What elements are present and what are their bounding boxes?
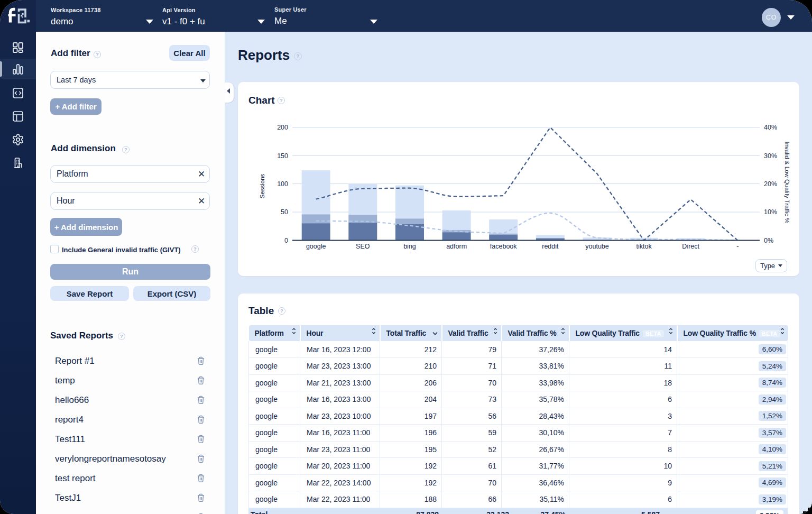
svg-text:-: -	[736, 243, 739, 250]
svg-text:40%: 40%	[764, 124, 777, 131]
svg-text:google: google	[306, 243, 326, 250]
svg-text:150: 150	[277, 152, 288, 160]
svg-text:adform: adform	[446, 243, 467, 250]
svg-text:10%: 10%	[764, 208, 777, 216]
svg-text:reddit: reddit	[542, 243, 559, 250]
svg-text:Invalid & Low Quality Traffic: Invalid & Low Quality Traffic %	[784, 141, 790, 223]
svg-text:Direct: Direct	[682, 243, 699, 250]
svg-text:0: 0	[284, 237, 288, 244]
svg-text:30%: 30%	[764, 152, 777, 160]
svg-text:youtube: youtube	[585, 243, 609, 250]
svg-text:0%: 0%	[764, 237, 773, 244]
svg-text:50: 50	[281, 208, 288, 216]
svg-text:100: 100	[277, 180, 288, 188]
svg-text:Sessions: Sessions	[259, 173, 265, 198]
svg-text:20%: 20%	[764, 180, 777, 188]
svg-text:200: 200	[277, 124, 288, 131]
svg-text:facebook: facebook	[490, 243, 517, 250]
svg-text:tiktok: tiktok	[636, 243, 652, 250]
svg-text:bing: bing	[403, 243, 416, 250]
svg-text:SEO: SEO	[356, 243, 370, 250]
